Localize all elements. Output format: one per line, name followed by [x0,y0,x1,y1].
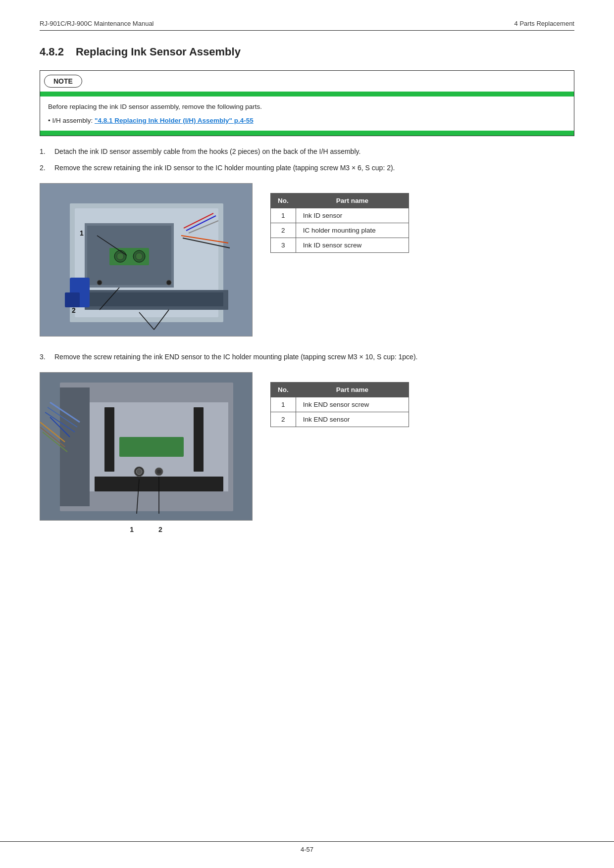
callout-1-fig2: 1 [130,526,134,533]
note-green-bar-top [40,92,574,96]
row-1-no: 1 [271,208,296,223]
steps-1-2: 1. Detach the ink ID sensor assembly cab… [40,146,574,173]
table-2-header-row: No. Part name [271,383,409,397]
figure-1-wrap: 1 2 3 [40,183,253,337]
figure-2-svg [40,373,253,521]
figure-2-img-wrap: 1 2 [40,372,253,533]
step-1-text: Detach the ink ID sensor assembly cable … [54,146,574,157]
table-row: 3 Ink ID sensor screw [271,238,409,252]
callout-2-fig1: 2 [72,306,76,314]
svg-point-19 [97,280,102,285]
step-3: 3. Remove the screw retaining the ink EN… [40,351,574,362]
svg-rect-18 [65,292,80,307]
table-1-col-no: No. [271,193,296,208]
note-header-row: NOTE [40,71,574,92]
row-1-no: 1 [271,397,296,412]
table-row: 2 IC holder mounting plate [271,223,409,238]
header-right: 4 Parts Replacement [514,20,574,27]
header-left: RJ-901C/RJ-900C Maintenance Manual [40,20,154,27]
page-footer: 4-57 [0,841,614,853]
table-1-col-name: Part name [296,193,409,208]
table-row: 1 Ink END sensor screw [271,397,409,412]
svg-rect-16 [90,292,223,306]
step-1-num: 1. [40,146,51,157]
figure-2-row: 1 2 No. Part name 1 Ink END sensor screw [40,372,574,533]
table-row: 2 Ink END sensor [271,412,409,427]
table-2-col-name: Part name [296,383,409,397]
figure-1-img: 1 2 3 [40,183,253,337]
svg-point-41 [136,469,142,475]
parts-table-1: No. Part name 1 Ink ID sensor 2 IC holde… [270,193,409,253]
step-1: 1. Detach the ink ID sensor assembly cab… [40,146,574,157]
parts-table-2: No. Part name 1 Ink END sensor screw 2 I… [270,382,409,427]
svg-point-9 [136,253,143,260]
row-3-name: Ink ID sensor screw [296,238,409,252]
svg-rect-38 [194,407,204,472]
page-container: RJ-901C/RJ-900C Maintenance Manual 4 Par… [0,0,614,868]
svg-point-20 [166,280,171,285]
note-link[interactable]: "4.8.1 Replacing Ink Holder (I/H) Assemb… [95,117,254,124]
photo-2-inner [40,373,252,520]
figure-2-img [40,372,253,521]
page-number: 4-57 [301,846,313,853]
section-title: 4.8.2 Replacing Ink Sensor Assembly [40,46,574,58]
svg-rect-37 [104,407,114,472]
note-bullet: • I/H assembly: "4.8.1 Replacing Ink Hol… [48,115,566,126]
page-header: RJ-901C/RJ-900C Maintenance Manual 4 Par… [40,20,574,31]
svg-rect-39 [119,437,184,457]
svg-point-43 [157,470,161,474]
figure-1-row: 1 2 3 No. Part name 1 [40,183,574,337]
step-2: 2. Remove the screw retaining the ink ID… [40,162,574,173]
row-3-no: 3 [271,238,296,252]
table-row: 1 Ink ID sensor [271,208,409,223]
section-number: 4.8.2 [40,46,64,58]
row-1-name: Ink END sensor screw [296,397,409,412]
photo-1-inner: 1 2 [40,184,252,336]
row-2-no: 2 [271,223,296,238]
note-label: NOTE [44,75,82,88]
row-2-name: IC holder mounting plate [296,223,409,238]
figure-1-img-wrap: 1 2 3 [40,183,253,337]
step-2-num: 2. [40,162,51,173]
svg-point-7 [117,253,124,260]
note-bullet-label: I/H assembly: [52,117,95,124]
note-green-bar-bottom [40,131,574,136]
parts-table-2-wrap: No. Part name 1 Ink END sensor screw 2 I… [270,382,409,427]
note-content: Before replacing the ink ID sensor assem… [40,96,574,131]
row-1-name: Ink ID sensor [296,208,409,223]
note-box: NOTE Before replacing the ink ID sensor … [40,70,574,136]
callout-1-fig1: 1 [80,229,84,237]
parts-table-1-wrap: No. Part name 1 Ink ID sensor 2 IC holde… [270,193,409,253]
step-3-num: 3. [40,351,51,362]
section-title-text: Replacing Ink Sensor Assembly [76,46,241,58]
note-line1: Before replacing the ink ID sensor assem… [48,101,566,112]
figure-2-wrap: 1 2 [40,372,253,533]
callout-2-fig2: 2 [158,526,162,533]
row-2-name: Ink END sensor [296,412,409,427]
table-2-col-no: No. [271,383,296,397]
step-3-text: Remove the screw retaining the ink END s… [54,351,574,362]
figure-2-labels: 1 2 [40,524,253,533]
row-2-no: 2 [271,412,296,427]
table-1-header-row: No. Part name [271,193,409,208]
step-2-text: Remove the screw retaining the ink ID se… [54,162,574,173]
